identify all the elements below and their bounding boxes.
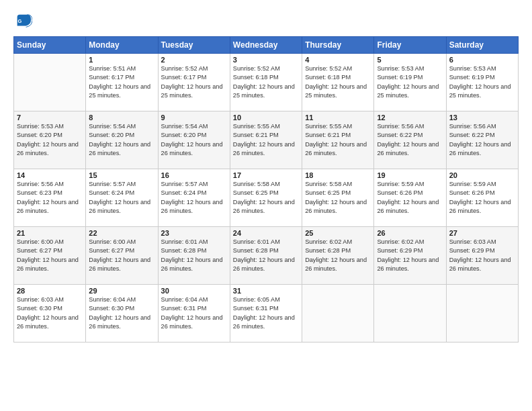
calendar-cell: 2 Sunrise: 5:52 AMSunset: 6:17 PMDayligh… (158, 54, 230, 111)
day-info: Sunrise: 5:58 AMSunset: 6:25 PMDaylight:… (305, 180, 371, 216)
day-number: 4 (305, 56, 371, 64)
day-info: Sunrise: 5:54 AMSunset: 6:20 PMDaylight:… (161, 122, 227, 158)
header: G (13, 12, 519, 31)
day-info: Sunrise: 5:53 AMSunset: 6:19 PMDaylight:… (449, 64, 515, 100)
calendar-cell: 16 Sunrise: 5:57 AMSunset: 6:24 PMDaylig… (158, 169, 230, 227)
calendar-cell: 13 Sunrise: 5:56 AMSunset: 6:22 PMDaylig… (446, 111, 518, 169)
day-number: 27 (449, 229, 515, 237)
day-number: 20 (449, 171, 515, 179)
day-number: 19 (377, 171, 443, 179)
calendar-cell: 11 Sunrise: 5:55 AMSunset: 6:21 PMDaylig… (302, 111, 374, 169)
calendar-cell: 24 Sunrise: 6:01 AMSunset: 6:28 PMDaylig… (230, 227, 302, 285)
header-day-friday: Friday (374, 37, 446, 54)
calendar-cell (374, 285, 446, 342)
day-info: Sunrise: 6:05 AMSunset: 6:31 PMDaylight:… (233, 295, 299, 331)
day-info: Sunrise: 5:52 AMSunset: 6:18 PMDaylight:… (233, 64, 299, 100)
header-day-saturday: Saturday (446, 37, 518, 54)
day-number: 25 (305, 229, 371, 237)
header-day-monday: Monday (86, 37, 158, 54)
day-number: 7 (17, 113, 83, 122)
day-info: Sunrise: 5:51 AMSunset: 6:17 PMDaylight:… (89, 64, 154, 100)
day-number: 6 (449, 56, 515, 64)
header-day-sunday: Sunday (14, 37, 86, 54)
header-day-thursday: Thursday (302, 37, 374, 54)
day-number: 13 (449, 113, 515, 122)
calendar-cell: 10 Sunrise: 5:55 AMSunset: 6:21 PMDaylig… (230, 111, 302, 169)
day-number: 11 (305, 113, 371, 122)
header-day-tuesday: Tuesday (158, 37, 230, 54)
calendar-cell: 23 Sunrise: 6:01 AMSunset: 6:28 PMDaylig… (158, 227, 230, 285)
day-info: Sunrise: 5:55 AMSunset: 6:21 PMDaylight:… (233, 122, 299, 158)
day-number: 22 (89, 229, 154, 237)
calendar-table: SundayMondayTuesdayWednesdayThursdayFrid… (13, 36, 519, 342)
day-number: 28 (17, 287, 83, 295)
day-info: Sunrise: 6:04 AMSunset: 6:30 PMDaylight:… (89, 295, 154, 331)
day-number: 23 (161, 229, 227, 237)
calendar-cell (302, 285, 374, 342)
calendar-cell: 9 Sunrise: 5:54 AMSunset: 6:20 PMDayligh… (158, 111, 230, 169)
day-info: Sunrise: 6:03 AMSunset: 6:29 PMDaylight:… (449, 238, 515, 273)
day-number: 15 (89, 171, 154, 179)
calendar-cell: 27 Sunrise: 6:03 AMSunset: 6:29 PMDaylig… (446, 227, 518, 285)
day-info: Sunrise: 5:52 AMSunset: 6:17 PMDaylight:… (161, 64, 227, 100)
day-info: Sunrise: 6:02 AMSunset: 6:29 PMDaylight:… (377, 238, 443, 273)
day-number: 5 (377, 56, 443, 64)
day-number: 14 (17, 171, 83, 179)
day-info: Sunrise: 5:54 AMSunset: 6:20 PMDaylight:… (89, 122, 154, 158)
day-number: 2 (161, 56, 227, 64)
day-number: 3 (233, 56, 299, 64)
calendar-cell: 30 Sunrise: 6:04 AMSunset: 6:31 PMDaylig… (158, 285, 230, 342)
calendar-cell: 7 Sunrise: 5:53 AMSunset: 6:20 PMDayligh… (14, 111, 86, 169)
day-info: Sunrise: 5:53 AMSunset: 6:20 PMDaylight:… (17, 122, 83, 158)
calendar-cell: 18 Sunrise: 5:58 AMSunset: 6:25 PMDaylig… (302, 169, 374, 227)
calendar-cell (14, 54, 86, 111)
calendar-cell: 31 Sunrise: 6:05 AMSunset: 6:31 PMDaylig… (230, 285, 302, 342)
day-number: 29 (89, 287, 154, 295)
calendar-page: G SundayMondayTuesdayWednesdayThursdayFr… (0, 0, 532, 411)
calendar-header-row: SundayMondayTuesdayWednesdayThursdayFrid… (14, 37, 519, 54)
day-info: Sunrise: 6:01 AMSunset: 6:28 PMDaylight:… (233, 238, 299, 273)
calendar-cell: 21 Sunrise: 6:00 AMSunset: 6:27 PMDaylig… (14, 227, 86, 285)
calendar-cell: 17 Sunrise: 5:58 AMSunset: 6:25 PMDaylig… (230, 169, 302, 227)
day-info: Sunrise: 5:53 AMSunset: 6:19 PMDaylight:… (377, 64, 443, 100)
day-info: Sunrise: 5:55 AMSunset: 6:21 PMDaylight:… (305, 122, 371, 158)
day-info: Sunrise: 5:57 AMSunset: 6:24 PMDaylight:… (161, 180, 227, 216)
day-info: Sunrise: 6:00 AMSunset: 6:27 PMDaylight:… (89, 238, 154, 273)
calendar-week-row: 28 Sunrise: 6:03 AMSunset: 6:30 PMDaylig… (14, 285, 519, 342)
calendar-cell: 19 Sunrise: 5:59 AMSunset: 6:26 PMDaylig… (374, 169, 446, 227)
day-number: 9 (161, 113, 227, 122)
day-info: Sunrise: 5:56 AMSunset: 6:23 PMDaylight:… (17, 180, 83, 216)
day-number: 31 (233, 287, 299, 295)
calendar-cell (446, 285, 518, 342)
day-number: 21 (17, 229, 83, 237)
calendar-cell: 29 Sunrise: 6:04 AMSunset: 6:30 PMDaylig… (86, 285, 158, 342)
calendar-cell: 4 Sunrise: 5:52 AMSunset: 6:18 PMDayligh… (302, 54, 374, 111)
day-info: Sunrise: 5:59 AMSunset: 6:26 PMDaylight:… (449, 180, 515, 216)
day-number: 8 (89, 113, 154, 122)
calendar-week-row: 21 Sunrise: 6:00 AMSunset: 6:27 PMDaylig… (14, 227, 519, 285)
day-number: 30 (161, 287, 227, 295)
day-info: Sunrise: 6:00 AMSunset: 6:27 PMDaylight:… (17, 238, 83, 273)
day-info: Sunrise: 6:01 AMSunset: 6:28 PMDaylight:… (161, 238, 227, 273)
calendar-cell: 15 Sunrise: 5:57 AMSunset: 6:24 PMDaylig… (86, 169, 158, 227)
calendar-week-row: 1 Sunrise: 5:51 AMSunset: 6:17 PMDayligh… (14, 54, 519, 111)
logo: G (13, 12, 35, 31)
day-info: Sunrise: 5:52 AMSunset: 6:18 PMDaylight:… (305, 64, 371, 100)
day-info: Sunrise: 5:57 AMSunset: 6:24 PMDaylight:… (89, 180, 154, 216)
day-info: Sunrise: 5:59 AMSunset: 6:26 PMDaylight:… (377, 180, 443, 216)
day-info: Sunrise: 5:56 AMSunset: 6:22 PMDaylight:… (377, 122, 443, 158)
calendar-cell: 3 Sunrise: 5:52 AMSunset: 6:18 PMDayligh… (230, 54, 302, 111)
day-info: Sunrise: 6:04 AMSunset: 6:31 PMDaylight:… (161, 295, 227, 331)
day-number: 17 (233, 171, 299, 179)
svg-text:G: G (18, 18, 22, 24)
day-number: 12 (377, 113, 443, 122)
calendar-cell: 25 Sunrise: 6:02 AMSunset: 6:28 PMDaylig… (302, 227, 374, 285)
calendar-week-row: 7 Sunrise: 5:53 AMSunset: 6:20 PMDayligh… (14, 111, 519, 169)
calendar-cell: 22 Sunrise: 6:00 AMSunset: 6:27 PMDaylig… (86, 227, 158, 285)
day-info: Sunrise: 5:58 AMSunset: 6:25 PMDaylight:… (233, 180, 299, 216)
day-info: Sunrise: 5:56 AMSunset: 6:22 PMDaylight:… (449, 122, 515, 158)
day-number: 1 (89, 56, 154, 64)
day-number: 18 (305, 171, 371, 179)
day-number: 10 (233, 113, 299, 122)
header-day-wednesday: Wednesday (230, 37, 302, 54)
